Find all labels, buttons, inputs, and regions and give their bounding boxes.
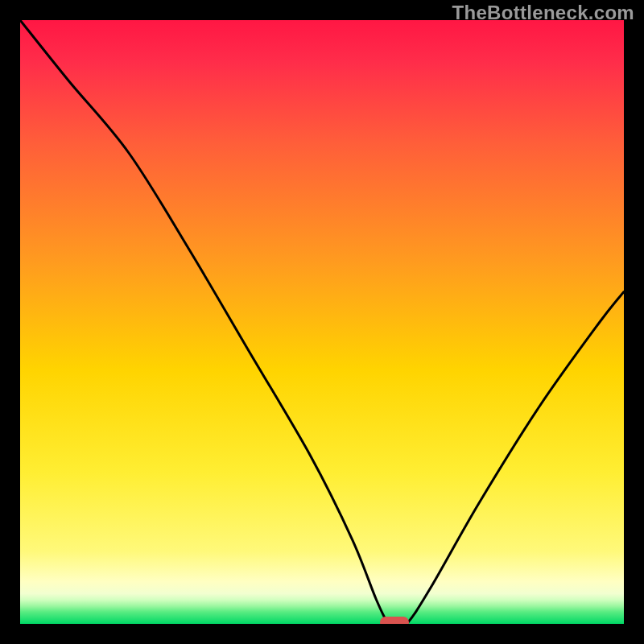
chart-frame: TheBottleneck.com [0, 0, 644, 644]
optimal-marker [380, 617, 409, 624]
chart-svg [20, 20, 624, 624]
gradient-background [20, 20, 624, 624]
plot-area [20, 20, 624, 624]
